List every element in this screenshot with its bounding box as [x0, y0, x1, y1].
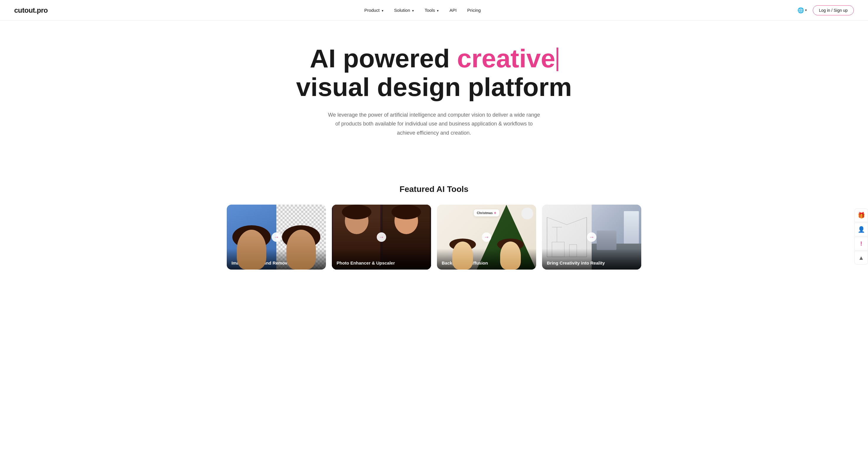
- tools-dropdown-arrow: ▾: [437, 9, 439, 12]
- tool-card-photo-enhancer[interactable]: → Photo Enhancer & Upscaler: [332, 204, 431, 270]
- hero-title-part1: AI powered: [310, 44, 457, 73]
- scroll-up-icon: ▲: [858, 254, 864, 261]
- gift-button[interactable]: 🎁: [855, 209, 868, 222]
- solution-dropdown-arrow: ▾: [412, 9, 414, 12]
- alert-button[interactable]: !: [855, 237, 868, 250]
- featured-title: Featured AI Tools: [227, 185, 641, 194]
- alert-icon: !: [860, 240, 862, 247]
- language-button[interactable]: 🌐 ▾: [798, 7, 807, 13]
- tool-card-bg-removal[interactable]: → Image Background Removal: [227, 204, 326, 270]
- login-signup-button[interactable]: Log in / Sign up: [813, 5, 854, 15]
- hero-title-part2: visual design platform: [296, 72, 572, 101]
- card-label-photo-enhancer: Photo Enhancer & Upscaler: [332, 249, 431, 270]
- svg-line-3: [567, 217, 587, 225]
- christmas-label: Christmas: [477, 211, 493, 215]
- card-label-bg-diffusion: Background Diffusion: [437, 249, 536, 270]
- featured-section: Featured AI Tools →: [213, 173, 655, 270]
- gift-icon: 🎁: [858, 212, 865, 219]
- navbar: cutout.pro Product ▾ Solution ▾ Tools ▾ …: [0, 0, 868, 21]
- side-panel: 🎁 👤 ! ▲: [855, 209, 868, 264]
- nav-item-pricing[interactable]: Pricing: [467, 8, 481, 13]
- product-dropdown-arrow: ▾: [382, 9, 383, 12]
- user-icon: 👤: [858, 226, 865, 233]
- translate-icon: 🌐: [798, 7, 804, 13]
- hero-title: AI powered creative visual design platfo…: [269, 44, 599, 101]
- nav-item-tools[interactable]: Tools ▾: [425, 8, 439, 13]
- avatar-button[interactable]: 👤: [855, 223, 868, 236]
- hero-subtitle: We leverage the power of artificial inte…: [328, 111, 540, 137]
- plus-icon: +: [494, 211, 496, 215]
- language-arrow: ▾: [805, 8, 807, 12]
- nav-item-product[interactable]: Product ▾: [364, 8, 383, 13]
- hero-section: AI powered creative visual design platfo…: [257, 21, 611, 173]
- hero-title-highlight: creative: [457, 44, 555, 73]
- cursor-blink: [557, 48, 558, 71]
- tool-card-bg-diffusion[interactable]: Christmas + →: [437, 204, 536, 270]
- nav-right: 🌐 ▾ Log in / Sign up: [798, 5, 854, 15]
- nav-menu: Product ▾ Solution ▾ Tools ▾ API Pricing: [364, 8, 481, 13]
- logo[interactable]: cutout.pro: [14, 6, 48, 14]
- scroll-top-button[interactable]: ▲: [855, 251, 868, 264]
- tools-grid: → Image Background Removal: [227, 204, 641, 270]
- nav-item-solution[interactable]: Solution ▾: [394, 8, 414, 13]
- svg-line-2: [547, 217, 567, 225]
- christmas-badge: Christmas +: [474, 209, 499, 216]
- nav-item-api[interactable]: API: [450, 8, 457, 13]
- tool-card-creativity[interactable]: → Bring Creativity into Reality: [542, 204, 641, 270]
- card-label-creativity: Bring Creativity into Reality: [542, 249, 641, 270]
